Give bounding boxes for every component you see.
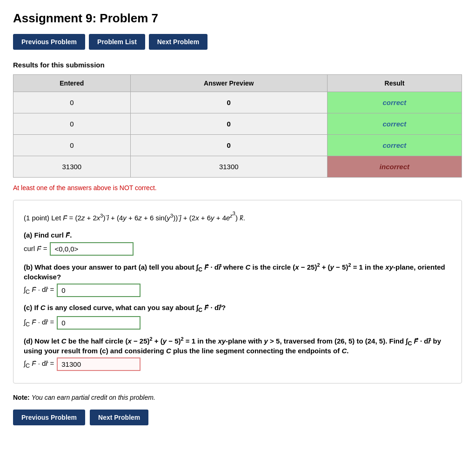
result-cell: correct bbox=[327, 113, 462, 135]
part-d-label: (d) Now let C be the half circle (x − 25… bbox=[24, 336, 451, 355]
part-a-input-row: curl F⃗ = bbox=[24, 242, 451, 256]
part-d: (d) Now let C be the half circle (x − 25… bbox=[24, 336, 451, 371]
results-heading: Results for this submission bbox=[13, 61, 462, 69]
part-c-input[interactable] bbox=[57, 316, 140, 330]
previous-problem-button[interactable]: Previous Problem bbox=[13, 34, 85, 50]
table-row: 0 0 correct bbox=[13, 113, 462, 135]
table-row: 0 0 correct bbox=[13, 135, 462, 156]
part-a-input[interactable] bbox=[50, 242, 134, 256]
part-c-label: (c) If C is any closed curve, what can y… bbox=[24, 304, 451, 313]
part-b-input[interactable] bbox=[57, 284, 140, 297]
problem-points: (1 point) bbox=[24, 214, 49, 222]
error-message: At least one of the answers above is NOT… bbox=[13, 184, 462, 192]
part-b-prefix: ∫C F⃗ · dr⃗ = bbox=[24, 285, 54, 295]
part-a-label: (a) Find curl F⃗. bbox=[24, 231, 451, 239]
nav-buttons: Previous Problem Problem List Next Probl… bbox=[13, 34, 462, 50]
preview-cell: 0 bbox=[130, 92, 327, 113]
result-cell: incorrect bbox=[327, 156, 462, 178]
note-section: Note: You can earn partial credit on thi… bbox=[13, 394, 462, 401]
bottom-buttons: Previous Problem Next Problem bbox=[13, 410, 462, 425]
page-title: Assignment 9: Problem 7 bbox=[13, 11, 462, 26]
entered-cell: 0 bbox=[13, 135, 131, 156]
col-preview: Answer Preview bbox=[130, 75, 327, 92]
col-result: Result bbox=[327, 75, 462, 92]
table-row: 0 0 correct bbox=[13, 92, 462, 113]
part-b-input-row: ∫C F⃗ · dr⃗ = bbox=[24, 284, 451, 297]
result-cell: correct bbox=[327, 92, 462, 113]
part-c: (c) If C is any closed curve, what can y… bbox=[24, 304, 451, 330]
part-b: (b) What does your answer to part (a) te… bbox=[24, 262, 451, 297]
result-cell: correct bbox=[327, 135, 462, 156]
preview-cell: 0 bbox=[130, 113, 327, 135]
part-b-label: (b) What does your answer to part (a) te… bbox=[24, 262, 451, 281]
results-table: Entered Answer Preview Result 0 0 correc… bbox=[13, 74, 462, 178]
results-section: Results for this submission Entered Answ… bbox=[13, 61, 462, 192]
preview-cell: 0 bbox=[130, 135, 327, 156]
col-entered: Entered bbox=[13, 75, 131, 92]
preview-cell: 31300 bbox=[130, 156, 327, 178]
note-text: You can earn partial credit on this prob… bbox=[32, 394, 155, 401]
note-label: Note: bbox=[13, 394, 30, 401]
entered-cell: 31300 bbox=[13, 156, 131, 178]
entered-cell: 0 bbox=[13, 92, 131, 113]
part-c-prefix: ∫C F⃗ · dr⃗ = bbox=[24, 318, 54, 328]
part-d-input-row: ∫C F⃗ · dr⃗ = bbox=[24, 357, 451, 371]
part-c-input-row: ∫C F⃗ · dr⃗ = bbox=[24, 316, 451, 330]
table-row: 31300 31300 incorrect bbox=[13, 156, 462, 178]
entered-cell: 0 bbox=[13, 113, 131, 135]
bottom-next-button[interactable]: Next Problem bbox=[90, 410, 148, 425]
part-a-prefix: curl F⃗ = bbox=[24, 245, 47, 253]
problem-box: (1 point) Let F⃗ = (2z + 2x3) i⃗ + (4y +… bbox=[13, 200, 462, 383]
part-d-prefix: ∫C F⃗ · dr⃗ = bbox=[24, 359, 54, 369]
problem-statement: (1 point) Let F⃗ = (2z + 2x3) i⃗ + (4y +… bbox=[24, 210, 451, 224]
problem-list-button[interactable]: Problem List bbox=[89, 34, 145, 50]
part-a: (a) Find curl F⃗. curl F⃗ = bbox=[24, 231, 451, 256]
part-d-input[interactable] bbox=[57, 357, 140, 371]
bottom-previous-button[interactable]: Previous Problem bbox=[13, 410, 85, 425]
next-problem-button[interactable]: Next Problem bbox=[149, 34, 207, 50]
